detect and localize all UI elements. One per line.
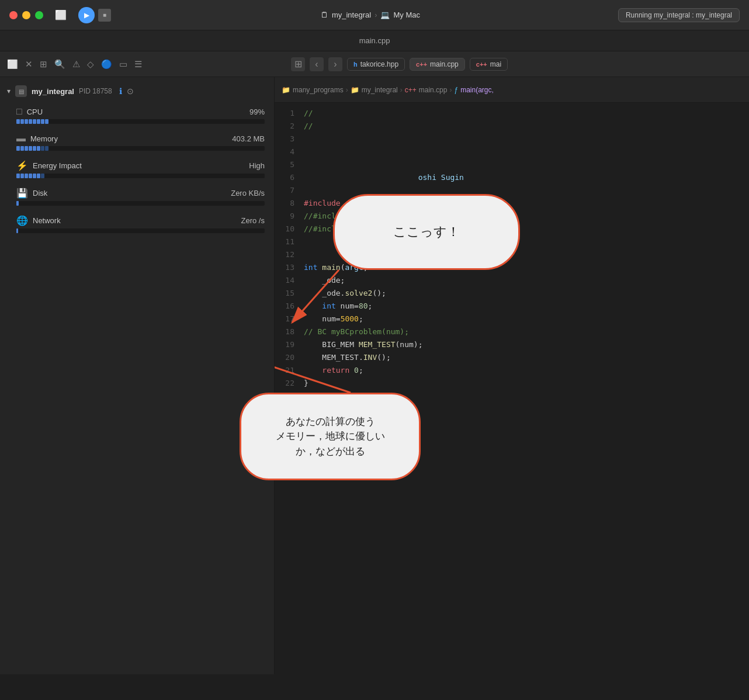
scope-icon[interactable]: ⬜: [7, 59, 18, 70]
metric-cpu: □ CPU 99%: [0, 101, 274, 127]
energy-value: High: [249, 161, 265, 170]
metric-energy: ⚡ Energy Impact High: [0, 154, 274, 182]
code-breadcrumb: 📁 many_programs › 📁 my_integral › c++ ma…: [275, 77, 749, 103]
cpp-file-icon: c++: [416, 61, 427, 68]
expand-chevron[interactable]: ▾: [7, 87, 11, 95]
tab-main-label: main.cpp: [430, 60, 459, 68]
info-icon[interactable]: ℹ: [119, 86, 122, 96]
code-line-19: 19 BIG_MEM MEM_TEST(num);: [275, 339, 749, 352]
code-editor[interactable]: 📁 many_programs › 📁 my_integral › c++ ma…: [275, 77, 749, 674]
cpu-value: 99%: [249, 108, 265, 116]
tab-takorice[interactable]: h takorice.hpp: [347, 58, 405, 71]
panel-icon[interactable]: ▭: [119, 59, 127, 70]
search-icon[interactable]: 🔍: [54, 59, 65, 70]
network-bar: [16, 228, 265, 233]
code-line-22: 22 }: [275, 377, 749, 390]
bc-folder-icon: 📁: [282, 86, 290, 94]
disk-value: Zero KB/s: [231, 189, 265, 197]
run-button[interactable]: ▶: [78, 7, 95, 23]
code-line-17: 17 num=5000;: [275, 313, 749, 326]
bc-func-name: main(argc,: [460, 86, 494, 94]
bookmark-icon[interactable]: ◇: [87, 59, 94, 70]
memory-value: 403.2 MB: [232, 134, 265, 143]
toolbar-right: ⊞ ‹ › h takorice.hpp c++ main.cpp c++ ma…: [282, 57, 742, 71]
bc-file-icon: c++: [405, 86, 417, 94]
metric-disk: 💾 Disk Zero KB/s: [0, 182, 274, 209]
toolbar: ⬜ ✕ ⊞ 🔍 ⚠ ◇ 🔵 ▭ ☰ ⊞ ‹ › h takorice.hpp c…: [0, 51, 749, 77]
network-value: Zero /s: [241, 216, 265, 225]
code-line-13: 13 int main(argc, const cha: [275, 262, 749, 275]
disk-icon: 💾: [16, 188, 28, 199]
warning-icon[interactable]: ⚠: [72, 59, 80, 70]
running-status: Running my_integral : my_integral: [618, 8, 740, 22]
code-line-20: 20 MEM_TEST.INV();: [275, 352, 749, 365]
cpu-icon: □: [16, 106, 22, 117]
bc-folder-icon2: 📁: [351, 86, 359, 94]
code-line-1: 1 //: [275, 108, 749, 120]
process-pid: PID 18758: [79, 87, 112, 95]
memory-icon: ▬: [16, 133, 26, 144]
energy-bar: [16, 174, 265, 178]
debug-icon[interactable]: 🔵: [101, 59, 112, 70]
hierarchy-icon[interactable]: ⊞: [40, 59, 47, 70]
code-line-16: 16 int num=80;: [275, 300, 749, 313]
cpu-bar: [16, 119, 265, 124]
close-button[interactable]: [9, 11, 18, 19]
code-line-18: 18 // BC myBCproblem(num);: [275, 326, 749, 339]
gauge-icon[interactable]: ⊙: [127, 86, 134, 96]
tab-takorice-label: takorice.hpp: [360, 60, 398, 68]
energy-label: Energy Impact: [33, 161, 82, 170]
debug-navigator: ▾ ▤ my_integral PID 18758 ℹ ⊙ □ CPU 99%: [0, 77, 275, 674]
bc-function-icon: ƒ: [454, 86, 458, 94]
bc-integral: my_integral: [362, 86, 398, 94]
back-button[interactable]: ‹: [310, 57, 324, 71]
code-line-15: 15 _ode.solve2();: [275, 287, 749, 300]
disk-bar: [16, 201, 265, 206]
list-icon[interactable]: ☰: [134, 59, 142, 70]
project-name: my_integral: [332, 11, 371, 19]
toolbar-left: ⬜ ✕ ⊞ 🔍 ⚠ ◇ 🔵 ▭ ☰: [7, 59, 282, 70]
memory-label: Memory: [30, 134, 58, 143]
tab-mai[interactable]: c++ mai: [470, 58, 508, 71]
speech-bubble-1: ここっす！: [333, 194, 520, 270]
code-line-4: 4: [275, 146, 749, 159]
tab-mai-label: mai: [490, 60, 501, 68]
cpp-file-icon2: c++: [476, 61, 487, 68]
bubble2-text: あなたの計算の使う メモリー，地球に優しい か，などが出る: [276, 414, 385, 459]
energy-icon: ⚡: [16, 160, 28, 171]
network-label: Network: [33, 216, 61, 225]
tab-main-cpp[interactable]: c++ main.cpp: [410, 58, 465, 71]
forward-button[interactable]: ›: [328, 57, 342, 71]
window-icon: 🗒: [321, 11, 328, 19]
disk-label: Disk: [33, 189, 47, 197]
process-header: ▾ ▤ my_integral PID 18758 ℹ ⊙: [0, 82, 274, 101]
filename-bar: main.cpp: [0, 30, 749, 51]
grid-icon[interactable]: ⊞: [291, 57, 305, 71]
metric-network: 🌐 Network Zero /s: [0, 209, 274, 237]
code-line-5: 5: [275, 159, 749, 172]
window-title: 🗒 my_integral › 💻 My Mac: [123, 11, 618, 19]
device-name: My Mac: [393, 11, 420, 19]
breakpoint-icon[interactable]: ✕: [25, 59, 33, 70]
code-line-7: 7: [275, 185, 749, 197]
process-icon: ▤: [15, 85, 27, 97]
sidebar-toggle-icon[interactable]: ⬜: [55, 9, 67, 20]
header-file-icon: h: [353, 61, 358, 68]
stop-button[interactable]: ■: [98, 9, 111, 22]
main-content: ▾ ▤ my_integral PID 18758 ℹ ⊙ □ CPU 99%: [0, 77, 749, 674]
cpu-label: CPU: [27, 108, 43, 116]
open-filename: main.cpp: [359, 36, 390, 45]
fullscreen-button[interactable]: [35, 11, 43, 19]
device-icon: 💻: [380, 11, 390, 19]
bc-mainfile: main.cpp: [419, 86, 448, 94]
memory-bar: [16, 146, 265, 151]
network-icon: 🌐: [16, 215, 28, 226]
process-name: my_integral: [32, 87, 74, 96]
traffic-lights: [9, 11, 43, 19]
minimize-button[interactable]: [22, 11, 30, 19]
code-line-21: 21 return 0;: [275, 365, 749, 377]
code-line-6: 6 oshi Sugin: [275, 172, 749, 185]
code-line-14: 14 _ode;: [275, 275, 749, 287]
bubble1-text: ここっす！: [393, 223, 460, 241]
code-line-3: 3: [275, 133, 749, 146]
